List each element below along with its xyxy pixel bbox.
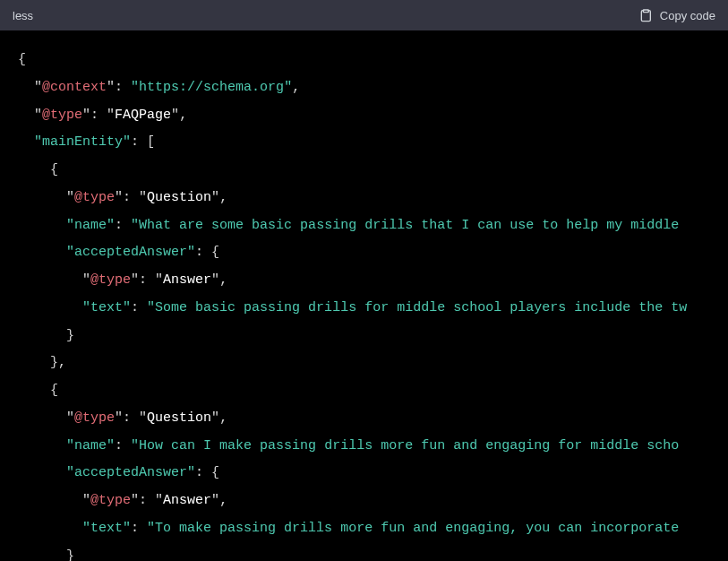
json-string: " <box>131 218 139 233</box>
json-key: " <box>107 438 115 453</box>
quote: " <box>155 493 163 508</box>
comma: , <box>219 410 227 426</box>
json-key: text <box>90 521 123 536</box>
brace: } <box>66 328 74 343</box>
json-string: " <box>284 80 292 95</box>
json-string: " <box>147 300 155 315</box>
comma: , <box>219 190 227 205</box>
json-key: " <box>123 134 131 150</box>
quote: " <box>139 410 147 426</box>
quote: " <box>82 272 90 288</box>
json-key: @type <box>90 272 131 288</box>
json-key: " <box>66 218 74 233</box>
json-value: Question <box>147 190 211 205</box>
json-key: " <box>107 218 115 233</box>
colon: : <box>115 438 131 453</box>
comma: , <box>292 80 300 95</box>
colon: : <box>131 300 147 315</box>
copy-code-button[interactable]: Copy code <box>638 8 715 22</box>
quote: " <box>211 493 219 508</box>
colon: : <box>139 493 155 508</box>
quote: " <box>66 190 74 205</box>
brace: } <box>66 548 74 562</box>
quote: " <box>66 410 74 426</box>
colon: : <box>115 218 131 233</box>
quote: " <box>82 108 90 123</box>
brace: { <box>50 162 58 177</box>
json-key: text <box>90 300 123 315</box>
comma: , <box>219 493 227 508</box>
quote: " <box>211 190 219 205</box>
json-key: " <box>66 245 74 260</box>
comma: , <box>219 272 227 288</box>
quote: " <box>171 108 179 123</box>
json-value: What are some basic passing drills that … <box>139 218 687 233</box>
json-key: @type <box>90 493 131 508</box>
json-value: FAQPage <box>115 108 171 123</box>
json-string: " <box>131 438 139 453</box>
quote: " <box>139 190 147 205</box>
json-value: Some basic passing drills for middle sch… <box>155 300 687 315</box>
brace: { <box>50 383 58 398</box>
json-key: name <box>74 218 107 233</box>
json-value: Question <box>147 410 211 426</box>
json-key: " <box>187 245 195 260</box>
json-key: " <box>123 521 131 536</box>
quote: " <box>107 80 115 95</box>
json-key: " <box>34 134 42 150</box>
quote: " <box>211 410 219 426</box>
colon: : <box>115 80 131 95</box>
quote: " <box>107 108 115 123</box>
brace: }, <box>50 355 66 370</box>
comma: , <box>179 108 187 123</box>
language-label: less <box>13 9 33 22</box>
json-key: " <box>187 465 195 480</box>
colon: : <box>139 272 155 288</box>
quote: " <box>155 272 163 288</box>
colon: : { <box>195 465 219 480</box>
brace: { <box>18 52 26 67</box>
json-key: " <box>82 521 90 536</box>
json-value: Answer <box>163 272 211 288</box>
colon: : <box>123 190 139 205</box>
json-key: acceptedAnswer <box>74 465 187 480</box>
copy-code-label: Copy code <box>660 9 715 22</box>
code-content[interactable]: { "@context": "https://schema.org", "@ty… <box>0 30 728 561</box>
colon: : <box>123 410 139 426</box>
code-block-header: less Copy code <box>0 0 728 30</box>
json-key: acceptedAnswer <box>74 245 187 260</box>
quote: " <box>34 80 42 95</box>
colon: : <box>90 108 107 123</box>
json-key: mainEntity <box>42 134 123 150</box>
json-key: @type <box>74 410 115 426</box>
json-key: @context <box>42 80 107 95</box>
json-key: @type <box>74 190 115 205</box>
quote: " <box>211 272 219 288</box>
colon: : { <box>195 245 219 260</box>
clipboard-icon <box>638 8 653 22</box>
quote: " <box>34 108 42 123</box>
json-string: " <box>131 80 139 95</box>
quote: " <box>115 410 123 426</box>
json-value: https://schema.org <box>139 80 284 95</box>
colon: : <box>131 521 147 536</box>
quote: " <box>131 493 139 508</box>
colon: : [ <box>131 134 155 150</box>
json-key: @type <box>42 108 82 123</box>
json-value: How can I make passing drills more fun a… <box>139 438 679 453</box>
quote: " <box>115 190 123 205</box>
json-key: " <box>82 300 90 315</box>
json-key: " <box>123 300 131 315</box>
quote: " <box>131 272 139 288</box>
json-key: " <box>66 438 74 453</box>
json-key: name <box>74 438 107 453</box>
quote: " <box>82 493 90 508</box>
json-key: " <box>66 465 74 480</box>
json-value: Answer <box>163 493 211 508</box>
json-string: " <box>147 521 155 536</box>
json-value: To make passing drills more fun and enga… <box>155 521 687 536</box>
